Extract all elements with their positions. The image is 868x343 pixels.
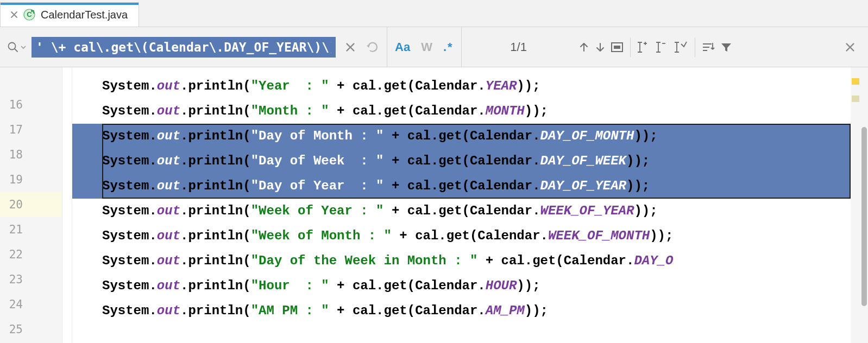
code-token: System. (102, 79, 157, 93)
code-token-string: "AM PM : " (251, 303, 329, 318)
tab-close-icon[interactable] (10, 11, 18, 18)
code-token: System. (102, 104, 157, 118)
code-token: + cal.get(Calendar. (329, 79, 486, 93)
code-token: )); (650, 228, 673, 243)
code-token: + cal.get(Calendar. (384, 129, 540, 143)
code-token: + cal.get(Calendar. (329, 278, 486, 293)
code-token-field: out (157, 204, 180, 218)
line-number: 22 (0, 242, 62, 267)
line-number: 19 (0, 167, 62, 192)
java-class-icon: C (23, 9, 35, 21)
code-line[interactable]: System.out.println("Hour : " + cal.get(C… (72, 274, 851, 298)
code-token-constant: HOUR (486, 278, 517, 293)
search-dropdown-icon[interactable] (21, 41, 26, 54)
code-token: .println( (180, 253, 251, 268)
code-token: System. (102, 129, 157, 143)
hint-marker[interactable] (852, 96, 859, 102)
warning-marker[interactable] (852, 78, 859, 85)
code-token-string: "Week of Month : " (251, 228, 392, 243)
code-token: .println( (180, 179, 251, 193)
code-token-field: out (157, 228, 180, 243)
code-token: .println( (180, 278, 251, 293)
svg-rect-6 (614, 46, 620, 49)
code-token: System. (102, 154, 157, 168)
filter-list-icon[interactable] (700, 39, 718, 55)
code-line[interactable]: System.out.println("AM PM : " + cal.get(… (72, 298, 851, 323)
match-case-toggle[interactable]: Aa (395, 40, 410, 54)
line-number: 24 (0, 292, 62, 317)
code-token-field: out (157, 129, 180, 143)
code-token-constant: DAY_O (634, 253, 673, 268)
editor-tabs: C CalendarTest.java (0, 0, 868, 27)
code-token-constant: DAY_OF_WEEK (540, 154, 626, 168)
line-number: 18 (0, 142, 62, 167)
code-token: System. (102, 278, 157, 293)
code-token: + cal.get(Calendar. (384, 179, 540, 193)
code-token: + cal.get(Calendar. (329, 303, 486, 318)
clear-search-icon[interactable] (345, 42, 355, 52)
code-token-string: "Hour : " (251, 278, 329, 293)
code-line[interactable]: System.out.println("Day of the Week in M… (72, 249, 851, 274)
code-token: + cal.get(Calendar. (384, 204, 540, 218)
filter-icon[interactable] (718, 39, 734, 55)
search-icon[interactable] (7, 41, 20, 54)
fold-strip (62, 67, 72, 343)
code-token-string: "Day of Year : " (251, 179, 384, 193)
code-token-string: "Year : " (251, 79, 329, 93)
code-token-string: "Month : " (251, 104, 329, 118)
code-token: + cal.get(Calendar. (329, 104, 486, 118)
code-token: .println( (180, 104, 251, 118)
code-token: .println( (180, 204, 251, 218)
code-token: System. (102, 204, 157, 218)
words-toggle[interactable]: W (421, 40, 432, 54)
find-toolbar: Aa W .* 1/1 (0, 27, 868, 67)
code-token-field: out (157, 253, 180, 268)
file-tab[interactable]: C CalendarTest.java (0, 2, 139, 27)
code-token: .println( (180, 129, 251, 143)
code-token: System. (102, 253, 157, 268)
code-line[interactable]: System.out.println("Week of Year : " + c… (72, 199, 851, 224)
regex-toggle[interactable]: .* (443, 40, 454, 54)
find-input[interactable] (32, 37, 336, 58)
remove-selection-icon[interactable] (653, 39, 672, 56)
code-token: .println( (180, 154, 251, 168)
code-token: )); (626, 179, 650, 193)
next-match-icon[interactable] (592, 39, 608, 55)
vertical-scrollbar[interactable] (860, 67, 868, 343)
search-options: Aa W .* (387, 27, 462, 67)
code-area[interactable]: System.out.println("Year : " + cal.get(C… (72, 67, 851, 343)
code-token-constant: YEAR (486, 79, 517, 93)
code-line[interactable]: System.out.println("Day of Week : " + ca… (72, 149, 851, 174)
code-line[interactable]: System.out.println("Month : " + cal.get(… (72, 99, 851, 124)
code-token: + cal.get(Calendar. (477, 253, 634, 268)
line-number: 23 (0, 267, 62, 292)
line-number: 17 (0, 117, 62, 142)
code-token: )); (517, 79, 540, 93)
select-all-icon[interactable] (608, 39, 626, 55)
code-token-constant: DAY_OF_YEAR (540, 179, 626, 193)
prev-match-icon[interactable] (576, 39, 592, 55)
code-token: )); (525, 104, 548, 118)
code-token-constant: MONTH (486, 104, 525, 118)
scrollbar-thumb[interactable] (861, 127, 867, 306)
code-token-constant: WEEK_OF_YEAR (540, 204, 634, 218)
code-token-string: "Week of Year : " (251, 204, 384, 218)
code-line[interactable]: System.out.println("Day of Month : " + c… (72, 124, 851, 149)
add-selection-icon[interactable] (635, 39, 653, 56)
error-stripe[interactable] (851, 67, 860, 343)
match-count: 1/1 (462, 40, 576, 54)
code-token: )); (525, 303, 548, 318)
line-number: 21 (0, 217, 62, 242)
code-token-field: out (157, 154, 180, 168)
search-history-icon[interactable] (365, 40, 379, 54)
code-line[interactable]: System.out.println("Week of Month : " + … (72, 224, 851, 249)
code-token: .println( (180, 303, 251, 318)
code-token: + cal.get(Calendar. (392, 228, 548, 243)
code-line[interactable]: System.out.println("Year : " + cal.get(C… (72, 74, 851, 99)
code-token-string: "Day of Month : " (251, 129, 384, 143)
editor-surface[interactable]: 16171819202122232425 System.out.println(… (0, 67, 868, 343)
close-find-icon[interactable] (843, 40, 857, 54)
select-all-occurrences-icon[interactable] (672, 39, 690, 56)
code-line[interactable]: System.out.println("Day of Year : " + ca… (72, 174, 851, 199)
code-token-field: out (157, 179, 180, 193)
